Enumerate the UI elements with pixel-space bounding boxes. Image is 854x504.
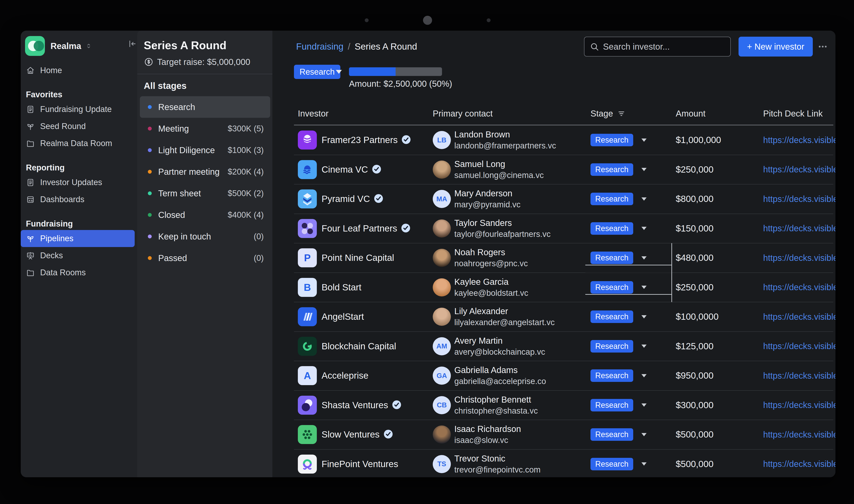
stage-pill[interactable]: Research	[590, 310, 633, 323]
sidebar-item-decks[interactable]: Decks	[21, 247, 135, 264]
table-row[interactable]: Four Leaf PartnersTaylor Sanderstaylor@f…	[272, 214, 835, 244]
stage-cell[interactable]: Research	[590, 243, 646, 273]
stage-filter-pill[interactable]: Research	[294, 65, 340, 79]
stage-item-partner-meeting[interactable]: Partner meeting$200K (4)	[140, 161, 270, 182]
stage-pill[interactable]: Research	[590, 340, 633, 353]
chevron-down-icon[interactable]	[641, 286, 646, 289]
table-row[interactable]: AngelStartLily Alexanderlilyalexander@an…	[272, 302, 835, 331]
stage-pill[interactable]: Research	[590, 399, 633, 411]
pitch-deck-link[interactable]: https://decks.visible	[763, 283, 835, 292]
sidebar-item-realma-data-room[interactable]: Realma Data Room	[21, 135, 135, 152]
chevron-down-icon[interactable]	[336, 70, 342, 74]
pitch-deck-link[interactable]: https://decks.visible	[763, 371, 835, 381]
stage-item-term-sheet[interactable]: Term sheet$500K (2)	[140, 182, 270, 204]
chevron-down-icon[interactable]	[641, 433, 646, 436]
pitch-deck-link[interactable]: https://decks.visible	[763, 135, 835, 145]
search-investor-box[interactable]	[584, 37, 731, 56]
stage-pill[interactable]: Research	[590, 163, 633, 176]
stage-item-light-diligence[interactable]: Light Diligence$100K (3)	[140, 139, 270, 161]
chevron-down-icon[interactable]	[641, 374, 646, 377]
stage-cell[interactable]: Research	[590, 449, 646, 478]
amount-cell[interactable]: $500,000	[676, 420, 713, 449]
stage-cell[interactable]: Research	[590, 214, 646, 244]
sidebar-item-data-rooms[interactable]: Data Rooms	[21, 264, 135, 281]
stage-cell[interactable]: Research	[590, 184, 646, 214]
stage-pill[interactable]: Research	[590, 428, 633, 441]
amount-cell[interactable]: $1,000,000	[676, 125, 721, 155]
chevron-down-icon[interactable]	[641, 345, 646, 348]
amount-cell[interactable]: $100,0000	[676, 302, 719, 331]
table-row[interactable]: Framer23 PartnersLBLandon Brownlandonb@f…	[272, 125, 835, 155]
stage-pill[interactable]: Research	[590, 222, 633, 235]
amount-cell[interactable]: $480,000	[676, 243, 713, 273]
pitch-deck-link[interactable]: https://decks.visible	[763, 312, 835, 322]
stage-pill[interactable]: Research	[590, 281, 633, 294]
table-row[interactable]: Blockchain CapitalAMAvery Martinavery@bl…	[272, 331, 835, 361]
amount-cell[interactable]: $500,000	[676, 449, 713, 478]
chevron-down-icon[interactable]	[641, 403, 646, 407]
chevron-down-icon[interactable]	[641, 139, 646, 142]
filter-icon[interactable]	[617, 109, 626, 118]
amount-cell[interactable]: $150,000	[676, 214, 713, 244]
pitch-deck-link[interactable]: https://decks.visible	[763, 430, 835, 439]
stage-cell[interactable]: Research	[590, 273, 646, 302]
stage-item-research[interactable]: Research	[140, 96, 270, 118]
amount-cell[interactable]: $250,000	[676, 155, 713, 184]
chevron-down-icon[interactable]	[641, 315, 646, 319]
all-stages-label[interactable]: All stages	[144, 81, 272, 91]
stage-pill[interactable]: Research	[590, 193, 633, 205]
stage-item-keep-in-touch[interactable]: Keep in touch(0)	[140, 226, 270, 247]
search-input[interactable]	[603, 42, 725, 52]
column-header-pitch-deck[interactable]: Pitch Deck Link	[763, 109, 823, 119]
sidebar-item-dashboards[interactable]: Dashboards	[21, 191, 135, 208]
amount-cell[interactable]: $125,000	[676, 331, 713, 361]
table-row[interactable]: Pyramid VCMAMary Andersonmary@pyramid.vc…	[272, 184, 835, 214]
pitch-deck-link[interactable]: https://decks.visible	[763, 165, 835, 174]
workspace-switcher[interactable]: Realma	[21, 31, 137, 56]
stage-item-passed[interactable]: Passed(0)	[140, 247, 270, 269]
chevron-down-icon[interactable]	[641, 462, 646, 466]
stage-cell[interactable]: Research	[590, 331, 646, 361]
amount-cell[interactable]: $950,000	[676, 361, 713, 391]
pitch-deck-link[interactable]: https://decks.visible	[763, 341, 835, 351]
table-row[interactable]: AAccelepriseGAGabriella Adamsgabriella@a…	[272, 361, 835, 391]
pitch-deck-link[interactable]: https://decks.visible	[763, 253, 835, 263]
stage-cell[interactable]: Research	[590, 155, 646, 184]
pitch-deck-link[interactable]: https://decks.visible	[763, 400, 835, 410]
breadcrumb-fundraising-link[interactable]: Fundraising	[296, 41, 343, 52]
column-header-stage[interactable]: Stage	[590, 109, 626, 119]
table-row[interactable]: Cinema VCSamuel Longsamuel.long@cinema.v…	[272, 155, 835, 184]
table-row[interactable]: BBold StartKaylee Garciakaylee@boldstart…	[272, 273, 835, 302]
pitch-deck-link[interactable]: https://decks.visible	[763, 194, 835, 204]
amount-cell[interactable]: $300,000	[676, 391, 713, 420]
column-header-investor[interactable]: Investor	[298, 109, 328, 119]
pitch-deck-link[interactable]: https://decks.visible	[763, 223, 835, 233]
stage-pill[interactable]: Research	[590, 458, 633, 470]
sidebar-item-fundraising-update[interactable]: Fundraising Update	[21, 101, 135, 118]
stage-cell[interactable]: Research	[590, 420, 646, 449]
pitch-deck-link[interactable]: https://decks.visible	[763, 459, 835, 469]
stage-item-closed[interactable]: Closed$400K (4)	[140, 204, 270, 226]
sidebar-item-investor-updates[interactable]: Investor Updates	[21, 174, 135, 191]
amount-cell[interactable]: $250,000	[676, 273, 713, 302]
sidebar-item-pipelines[interactable]: Pipelines	[21, 230, 135, 247]
stage-pill[interactable]: Research	[590, 134, 633, 146]
stage-pill[interactable]: Research	[590, 370, 633, 382]
sidebar-item-home[interactable]: Home	[21, 62, 135, 79]
column-header-primary-contact[interactable]: Primary contact	[433, 109, 493, 119]
stage-cell[interactable]: Research	[590, 391, 646, 420]
stage-item-meeting[interactable]: Meeting$300K (5)	[140, 118, 270, 139]
new-investor-button[interactable]: + New investor	[739, 37, 813, 56]
column-header-amount[interactable]: Amount	[676, 109, 706, 119]
table-row[interactable]: PPoint Nine CapitalNoah Rogersnoahrogers…	[272, 243, 835, 273]
stage-pill[interactable]: Research	[590, 252, 633, 264]
stage-cell[interactable]: Research	[590, 125, 646, 155]
amount-cell[interactable]: $800,000	[676, 184, 713, 214]
collapse-sidebar-icon[interactable]	[127, 39, 137, 49]
stage-cell[interactable]: Research	[590, 302, 646, 331]
table-row[interactable]: FinePoint VenturesTSTrevor Stonictrevor@…	[272, 449, 835, 478]
chevron-down-icon[interactable]	[641, 256, 646, 259]
sidebar-item-seed-round[interactable]: Seed Round	[21, 118, 135, 135]
chevron-updown-icon[interactable]	[85, 42, 92, 50]
table-row[interactable]: Slow VenturesIsaac Richardsonisaac@slow.…	[272, 420, 835, 449]
